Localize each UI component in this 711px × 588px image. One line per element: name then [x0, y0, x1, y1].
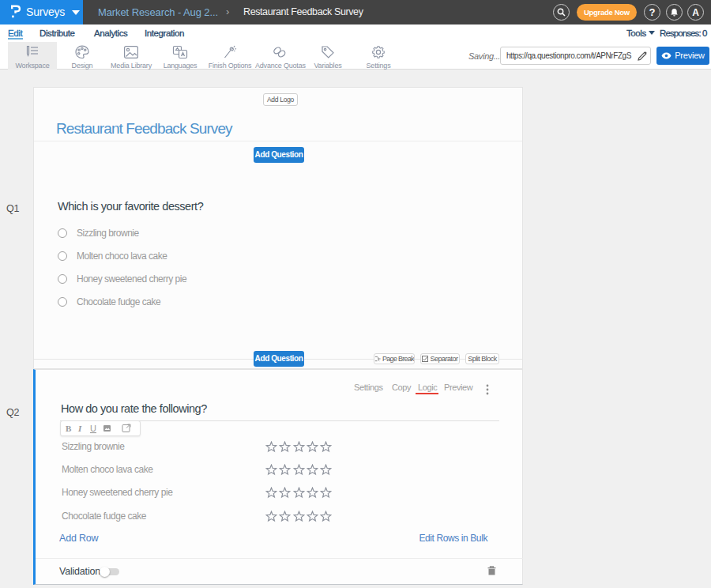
svg-text:B: B: [66, 424, 72, 433]
svg-text:U: U: [90, 424, 96, 433]
svg-text:I: I: [77, 424, 82, 433]
